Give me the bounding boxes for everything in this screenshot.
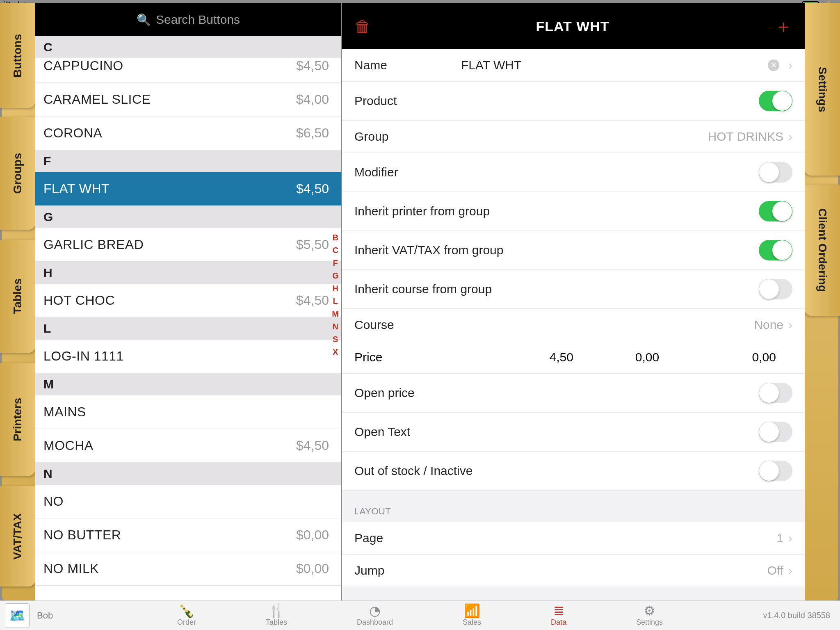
field-open-text: Open Text <box>342 413 805 452</box>
list-item[interactable]: LOG-IN 1111 <box>35 340 341 373</box>
list-item-name: MAINS <box>43 404 86 420</box>
field-inherit-course: Inherit course from group <box>342 270 805 309</box>
toggle-inherit-course[interactable] <box>759 279 792 299</box>
tab-printers[interactable]: Printers <box>0 363 35 476</box>
list-item-name: FLAT WHT <box>43 181 110 196</box>
nav-label: Order <box>177 618 196 627</box>
list-item-name: GARLIC BREAD <box>43 237 144 252</box>
section-H: H <box>35 262 341 284</box>
list-item[interactable]: CORONA$6,50 <box>35 116 341 150</box>
price-1: 4,50 <box>518 350 604 364</box>
index-letter[interactable]: F <box>333 258 338 268</box>
search-placeholder: Search Buttons <box>156 13 240 27</box>
section-L: L <box>35 317 341 340</box>
index-letter[interactable]: X <box>333 347 338 357</box>
chevron-right-icon: › <box>788 318 792 332</box>
course-value: None <box>754 318 783 332</box>
index-letter[interactable]: S <box>333 335 338 344</box>
toggle-inherit-vat[interactable] <box>759 240 792 260</box>
list-item-name: MOCHA <box>43 438 94 453</box>
data-icon: ≣ <box>553 604 564 617</box>
toggle-inherit-printer[interactable] <box>759 201 792 221</box>
list-item[interactable]: NO MILK$0,00 <box>35 552 341 586</box>
list-item[interactable]: GARLIC BREAD$5,50 <box>35 228 341 262</box>
list-item-price: $5,50 <box>296 237 329 252</box>
list-item-price: $0,00 <box>296 561 329 576</box>
section-G: G <box>35 206 341 228</box>
list-item[interactable]: CAPPUCINO$4,50 <box>35 58 341 83</box>
nav-settings[interactable]: ⚙Settings <box>636 604 663 627</box>
trash-icon[interactable]: 🗑 <box>354 17 371 36</box>
list-item[interactable]: FLAT WHT$4,50 <box>35 172 341 206</box>
tab-buttons[interactable]: Buttons <box>0 3 35 108</box>
nav-sales[interactable]: 📶Sales <box>463 604 481 627</box>
section-F: F <box>35 150 341 172</box>
button-list[interactable]: CCAPPUCINO$4,50CARAMEL SLICE$4,00CORONA$… <box>35 36 341 600</box>
app-logo[interactable]: 🗺️ <box>5 603 30 628</box>
nav-label: Settings <box>636 618 663 627</box>
tab-settings[interactable]: Settings <box>805 3 840 176</box>
list-item[interactable]: NO BUTTER$0,00 <box>35 518 341 552</box>
index-strip[interactable]: BCFGHLMNSX <box>332 233 339 357</box>
list-item-price: $0,00 <box>296 527 329 543</box>
section-C: C <box>35 36 341 58</box>
index-letter[interactable]: G <box>332 271 339 281</box>
field-page[interactable]: Page 1 › <box>342 522 805 555</box>
index-letter[interactable]: H <box>332 284 338 293</box>
tab-client-ordering[interactable]: Client Ordering <box>805 185 840 316</box>
detail-title: FLAT WHT <box>536 18 609 34</box>
field-jump[interactable]: Jump Off › <box>342 555 805 587</box>
toggle-out-of-stock[interactable] <box>759 461 792 481</box>
toggle-modifier[interactable] <box>759 162 792 183</box>
price-3: 0,00 <box>690 350 792 364</box>
add-icon[interactable]: ＋ <box>774 14 792 39</box>
field-inherit-vat: Inherit VAT/TAX from group <box>342 231 805 270</box>
field-modifier: Modifier <box>342 153 805 192</box>
search-bar[interactable]: 🔍 Search Buttons <box>35 3 341 36</box>
user-name[interactable]: Bob <box>37 610 53 621</box>
tab-vat-tax[interactable]: VAT/TAX <box>0 486 35 587</box>
toggle-open-price[interactable] <box>759 383 792 403</box>
nav-dashboard[interactable]: ◔Dashboard <box>357 604 393 627</box>
jump-value: Off <box>767 564 783 578</box>
list-item-price: $4,50 <box>296 438 329 453</box>
field-group[interactable]: Group HOT DRINKS › <box>342 121 805 153</box>
list-item-price: $4,50 <box>296 58 329 73</box>
index-letter[interactable]: M <box>332 309 339 319</box>
buttons-list-panel: 🔍 Search Buttons CCAPPUCINO$4,50CARAMEL … <box>35 3 342 600</box>
list-item-name: CARAMEL SLICE <box>43 92 151 107</box>
index-letter[interactable]: N <box>332 322 338 331</box>
list-item[interactable]: HOT CHOC$4,50 <box>35 284 341 317</box>
list-item[interactable]: MAINS <box>35 395 341 429</box>
field-course[interactable]: Course None › <box>342 309 805 341</box>
index-letter[interactable]: C <box>332 246 338 255</box>
chevron-right-icon: › <box>788 564 792 578</box>
nav-tables[interactable]: 🍴Tables <box>266 604 287 627</box>
index-letter[interactable]: L <box>333 297 338 306</box>
section-M: M <box>35 373 341 395</box>
index-letter[interactable]: B <box>332 233 338 242</box>
list-item[interactable]: CARAMEL SLICE$4,00 <box>35 83 341 116</box>
list-item[interactable]: NO <box>35 485 341 518</box>
field-out-of-stock: Out of stock / Inactive <box>342 452 805 491</box>
chevron-right-icon: › <box>788 531 792 545</box>
sales-icon: 📶 <box>464 604 480 617</box>
toggle-open-text[interactable] <box>759 422 792 442</box>
toggle-product[interactable] <box>759 91 792 111</box>
nav-label: Sales <box>463 618 481 627</box>
tab-groups[interactable]: Groups <box>0 117 35 230</box>
chevron-right-icon: › <box>788 130 792 144</box>
tab-tables[interactable]: Tables <box>0 240 35 353</box>
nav-order[interactable]: 🍾Order <box>177 604 196 627</box>
field-open-price: Open price <box>342 374 805 413</box>
field-price[interactable]: Price 4,50 0,00 0,00 <box>342 341 805 374</box>
list-item-name: NO BUTTER <box>43 527 121 543</box>
list-item[interactable]: MOCHA$4,50 <box>35 429 341 463</box>
clear-icon[interactable]: ✕ <box>768 59 779 71</box>
version-label: v1.4.0 build 38558 <box>717 611 840 620</box>
field-name[interactable]: Name FLAT WHT ✕ › <box>342 49 805 82</box>
nav-data[interactable]: ≣Data <box>551 604 566 627</box>
list-item-price: $4,00 <box>296 92 329 107</box>
section-N: N <box>35 463 341 485</box>
price-2: 0,00 <box>604 350 690 364</box>
